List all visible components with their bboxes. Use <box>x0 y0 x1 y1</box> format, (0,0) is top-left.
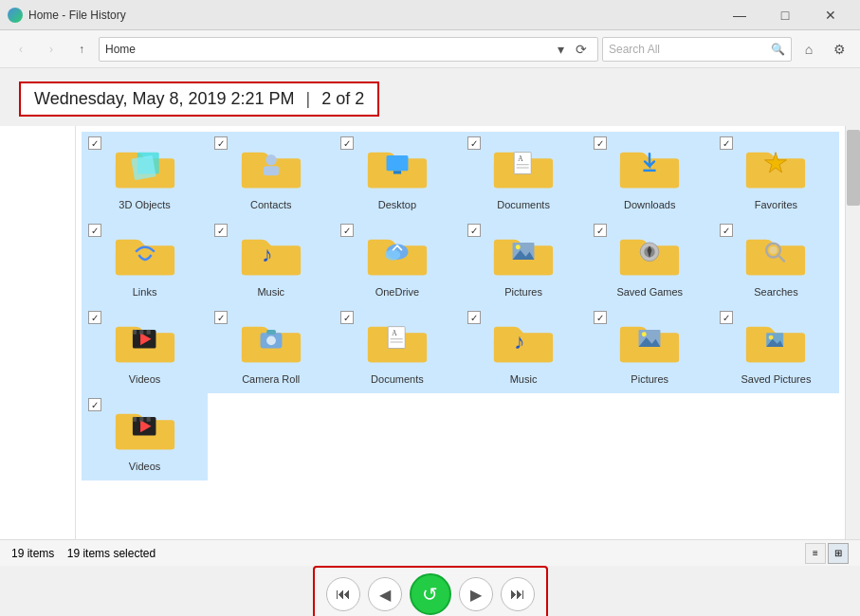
dropdown-button[interactable]: ▾ <box>550 39 571 60</box>
first-button[interactable]: ⏮ <box>326 577 360 611</box>
up-button[interactable]: ↑ <box>68 36 95 63</box>
folder-icon <box>111 315 179 370</box>
title-bar: Home - File History — □ ✕ <box>0 0 860 30</box>
status-bar: 19 items 19 items selected ≡ ⊞ <box>0 539 860 566</box>
folder-icon <box>363 140 431 195</box>
file-item[interactable]: Videos <box>82 393 208 480</box>
file-item[interactable]: 3D Objects <box>82 132 208 219</box>
folder-icon <box>111 227 179 282</box>
file-label: Music <box>257 286 284 298</box>
file-checkbox[interactable] <box>720 311 733 324</box>
file-item[interactable]: Links <box>82 219 208 306</box>
bottom-controls: ⏮ ◀ ↺ ▶ ⏭ <box>0 566 860 616</box>
file-item[interactable]: ♪ Music <box>208 219 334 306</box>
svg-point-14 <box>385 249 400 260</box>
svg-point-23 <box>770 246 778 254</box>
status-info: 19 items 19 items selected <box>11 547 156 560</box>
file-label: Videos <box>129 373 160 385</box>
home-button[interactable]: ⌂ <box>796 36 822 63</box>
file-item[interactable]: Downloads <box>587 132 713 219</box>
nav-bar: ‹ › ↑ Home ▾ ⟳ Search All 🔍 ⌂ ⚙ <box>0 30 860 68</box>
search-bar[interactable]: Search All 🔍 <box>602 37 792 62</box>
list-view-button[interactable]: ≡ <box>805 543 826 564</box>
file-checkbox[interactable] <box>594 311 607 324</box>
scrollbar-thumb[interactable] <box>847 130 860 206</box>
file-grid: 3D Objects Contacts Desktop A Documents <box>76 126 845 486</box>
file-item[interactable]: Pictures <box>587 306 713 393</box>
selected-count: 19 items selected <box>67 547 156 560</box>
file-area[interactable]: 3D Objects Contacts Desktop A Documents <box>76 126 845 539</box>
search-icon[interactable]: 🔍 <box>771 43 785 56</box>
file-item[interactable]: Favorites <box>713 132 839 219</box>
file-item[interactable]: ♪ Music <box>461 306 587 393</box>
folder-icon <box>237 140 305 195</box>
svg-rect-45 <box>132 417 136 422</box>
item-count: 19 items <box>11 547 54 560</box>
view-buttons: ≡ ⊞ <box>805 543 849 564</box>
file-checkbox[interactable] <box>88 398 101 411</box>
file-checkbox[interactable] <box>467 224 481 237</box>
file-checkbox[interactable] <box>214 136 228 150</box>
divider: | <box>306 89 311 109</box>
svg-rect-4 <box>386 155 408 171</box>
file-checkbox[interactable] <box>340 136 354 150</box>
file-label: Camera Roll <box>242 373 300 385</box>
file-item[interactable]: Searches <box>713 219 839 306</box>
file-item[interactable]: A Documents <box>461 132 587 219</box>
grid-view-button[interactable]: ⊞ <box>828 543 849 564</box>
svg-text:♪: ♪ <box>262 242 272 266</box>
file-checkbox[interactable] <box>88 224 101 237</box>
file-item[interactable]: Videos <box>82 306 208 393</box>
file-label: 3D Objects <box>119 199 170 210</box>
svg-rect-10 <box>644 170 656 172</box>
file-checkbox[interactable] <box>720 136 733 150</box>
file-item[interactable]: OneDrive <box>334 219 460 306</box>
folder-icon: ♪ <box>489 315 558 370</box>
file-checkbox[interactable] <box>720 224 733 237</box>
file-item[interactable]: Saved Games <box>587 219 713 306</box>
file-item[interactable]: Pictures <box>461 219 587 306</box>
file-label: Documents <box>497 199 550 210</box>
maximize-button[interactable]: □ <box>763 0 807 30</box>
file-item[interactable]: A Documents <box>334 306 460 393</box>
file-checkbox[interactable] <box>467 136 481 150</box>
file-checkbox[interactable] <box>594 224 607 237</box>
file-checkbox[interactable] <box>88 136 101 150</box>
file-checkbox[interactable] <box>340 224 354 237</box>
file-item[interactable]: Desktop <box>334 132 460 219</box>
svg-text:A: A <box>392 329 397 337</box>
file-checkbox[interactable] <box>340 311 354 324</box>
folder-icon <box>237 315 305 370</box>
file-item[interactable]: Camera Roll <box>208 306 334 393</box>
close-button[interactable]: ✕ <box>809 0 852 30</box>
file-checkbox[interactable] <box>88 311 101 324</box>
minimize-button[interactable]: — <box>718 0 761 30</box>
folder-icon <box>615 315 684 370</box>
file-label: Pictures <box>504 286 542 298</box>
forward-button[interactable]: › <box>38 36 64 63</box>
folder-icon <box>615 140 684 195</box>
file-checkbox[interactable] <box>467 311 481 324</box>
file-checkbox[interactable] <box>214 224 228 237</box>
info-bar: Wednesday, May 8, 2019 2:21 PM | 2 of 2 <box>0 68 860 126</box>
settings-button[interactable]: ⚙ <box>826 36 852 63</box>
file-checkbox[interactable] <box>214 311 228 324</box>
restore-button[interactable]: ↺ <box>410 573 451 615</box>
file-checkbox[interactable] <box>594 136 607 150</box>
back-button[interactable]: ‹ <box>8 36 34 63</box>
svg-rect-27 <box>139 330 143 335</box>
window-controls: — □ ✕ <box>718 0 852 30</box>
svg-rect-26 <box>132 330 136 335</box>
next-button[interactable]: ▶ <box>459 577 493 611</box>
refresh-button[interactable]: ⟳ <box>571 39 592 60</box>
previous-button[interactable]: ◀ <box>368 577 402 611</box>
last-button[interactable]: ⏭ <box>501 577 535 611</box>
scrollbar[interactable] <box>845 126 860 539</box>
address-bar[interactable]: Home ▾ ⟳ <box>99 37 598 62</box>
date-time-label: Wednesday, May 8, 2019 2:21 PM <box>34 89 295 109</box>
file-label: Saved Pictures <box>741 373 811 385</box>
version-label: 2 of 2 <box>321 89 364 109</box>
file-item[interactable]: Saved Pictures <box>713 306 839 393</box>
file-item[interactable]: Contacts <box>208 132 334 219</box>
file-label: Videos <box>129 461 160 472</box>
